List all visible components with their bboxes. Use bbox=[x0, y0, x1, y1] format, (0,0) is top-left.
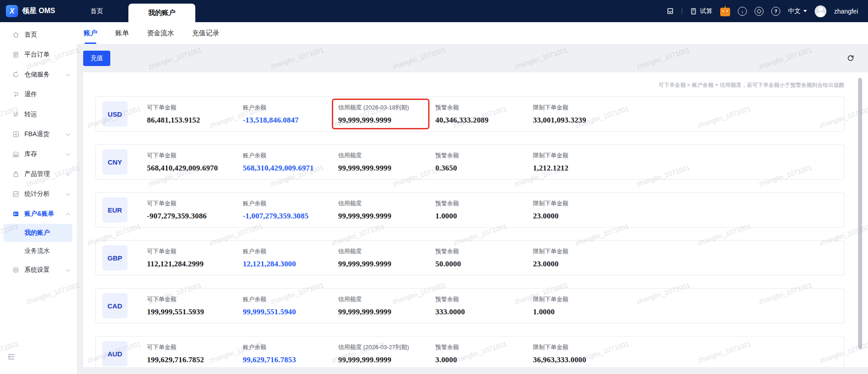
orderable-amount-cell: 可下单金额199,999,551.5939 bbox=[147, 295, 243, 317]
account-card: GBP可下单金额112,121,284.2999账户余额12,121,284.3… bbox=[95, 240, 844, 275]
order-limit-value: 1.0000 bbox=[533, 308, 844, 317]
credit-limit-label: 信用额度 bbox=[338, 151, 435, 160]
orderable-amount-cell: 可下单金额568,410,429,009.6970 bbox=[147, 151, 243, 173]
credit-limit-label: 信用额度 (2026-03-27到期) bbox=[338, 343, 435, 351]
topnav-item-my-account[interactable]: 我的账户 bbox=[128, 4, 195, 22]
warning-balance-cell: 预警余额40,346,333.2089 bbox=[435, 104, 533, 125]
order-limit-value: 23.0000 bbox=[533, 260, 844, 269]
sidebar-item-label: FBA退货 bbox=[24, 130, 49, 138]
credit-limit-label: 信用额度 bbox=[338, 199, 435, 208]
credit-limit-value: 99,999,999.9999 bbox=[338, 164, 435, 173]
account-balance-label: 账户余额 bbox=[243, 104, 338, 112]
settings-icon bbox=[12, 266, 19, 274]
recharge-button[interactable]: 充值 bbox=[83, 51, 110, 66]
sidebar-item[interactable]: 首页 bbox=[0, 25, 77, 45]
divider bbox=[682, 8, 682, 14]
account-balance-cell: 账户余额-1,007,279,359.3085 bbox=[243, 199, 338, 221]
avatar[interactable] bbox=[815, 5, 826, 17]
accounts-panel: 可下单金额 = 账户余额 + 信用额度，若可下单金额小于预警余额则会给出提醒 U… bbox=[83, 72, 868, 367]
chevron-down-icon bbox=[803, 10, 807, 12]
account-balance-label: 账户余额 bbox=[243, 295, 338, 303]
orderable-amount-label: 可下单金额 bbox=[147, 104, 243, 112]
orderable-amount-value: -907,279,359.3086 bbox=[147, 212, 243, 221]
sidebar-item[interactable]: 统计分析 bbox=[0, 184, 77, 204]
order-limit-cell: 限制下单金额1,212.1212 bbox=[533, 151, 844, 173]
language-selector[interactable]: 中文 bbox=[788, 7, 807, 15]
top-navigation: 首页我的账户 bbox=[72, 0, 195, 22]
inbox-icon[interactable] bbox=[666, 7, 674, 15]
orderable-amount-label: 可下单金额 bbox=[147, 151, 243, 160]
credit-limit-label: 信用额度 (2026-03-18到期) bbox=[338, 104, 435, 112]
help-circle-icon[interactable]: ? bbox=[771, 7, 780, 16]
topnav-item-home[interactable]: 首页 bbox=[87, 0, 107, 22]
currency-badge: EUR bbox=[102, 197, 127, 223]
sidebar-item[interactable]: 平台订单 bbox=[0, 45, 77, 65]
chevron-down-icon bbox=[66, 72, 71, 76]
credit-limit-value: 99,999,999.9999 bbox=[338, 212, 435, 221]
warehouse-service-icon bbox=[12, 71, 19, 78]
trial-calculator-button[interactable]: 试算 bbox=[690, 7, 712, 15]
inventory-icon bbox=[12, 151, 19, 158]
sidebar-item[interactable]: 系统设置 bbox=[0, 260, 77, 280]
account-balance-cell: 账户余额12,121,284.3000 bbox=[243, 247, 338, 269]
scrollbar-thumb[interactable] bbox=[858, 78, 862, 349]
account-balance-cell: 账户余额-13,518,846.0847 bbox=[243, 104, 338, 125]
sidebar-item[interactable]: 转运 bbox=[0, 104, 77, 124]
account-card: CAD可下单金额199,999,551.5939账户余额99,999,551.5… bbox=[95, 288, 844, 323]
account-bill-icon bbox=[12, 210, 19, 218]
order-limit-cell: 限制下单金额33,001,093.3239 bbox=[533, 104, 844, 125]
orderable-amount-cell: 可下单金额112,121,284.2999 bbox=[147, 247, 243, 269]
tab[interactable]: 资金流水 bbox=[147, 22, 174, 44]
robot-assistant-icon[interactable] bbox=[720, 8, 730, 16]
sidebar-item[interactable]: 退件 bbox=[0, 85, 77, 104]
order-limit-value: 33,001,093.3239 bbox=[533, 116, 844, 125]
sidebar-submenu: 我的账户业务流水 bbox=[0, 224, 77, 260]
account-card: CNY可下单金额568,410,429,009.6970账户余额568,310,… bbox=[95, 144, 844, 180]
tab[interactable]: 充值记录 bbox=[192, 22, 219, 44]
currency-badge: USD bbox=[102, 101, 127, 127]
app-logo[interactable]: X 领星 OMS bbox=[0, 5, 72, 17]
submenu-item[interactable]: 业务流水 bbox=[4, 242, 72, 260]
sidebar-item[interactable]: 库存 bbox=[0, 144, 77, 164]
orderable-amount-label: 可下单金额 bbox=[147, 343, 243, 351]
sidebar-item[interactable]: 账户&账单 bbox=[0, 204, 77, 224]
feedback-circle-icon[interactable] bbox=[755, 7, 764, 16]
credit-limit-cell: 信用额度99,999,999.9999 bbox=[338, 247, 435, 269]
warning-balance-label: 预警余额 bbox=[435, 343, 533, 351]
orderable-amount-value: 199,629,716.7852 bbox=[147, 355, 243, 365]
sidebar-item-label: 退件 bbox=[24, 90, 37, 99]
account-balance-label: 账户余额 bbox=[243, 199, 338, 208]
sidebar-item[interactable]: FBA退货 bbox=[0, 124, 77, 144]
trial-label: 试算 bbox=[700, 7, 712, 15]
credit-limit-label: 信用额度 bbox=[338, 247, 435, 256]
warning-balance-cell: 预警余额1.0000 bbox=[435, 199, 533, 221]
sidebar-item-label: 平台订单 bbox=[24, 51, 50, 59]
username[interactable]: zhangfei bbox=[834, 8, 858, 15]
collapse-sidebar-icon[interactable] bbox=[7, 353, 15, 362]
account-balance-label: 账户余额 bbox=[243, 343, 338, 351]
sidebar-item-label: 库存 bbox=[24, 150, 37, 158]
credit-limit-value: 99,999,999.9999 bbox=[338, 355, 435, 365]
download-circle-icon[interactable]: ↓ bbox=[738, 7, 747, 16]
sidebar-item-label: 账户&账单 bbox=[24, 210, 54, 218]
sidebar-item[interactable]: 仓储服务 bbox=[0, 65, 77, 85]
order-limit-value: 36,963,333.0000 bbox=[533, 355, 844, 365]
warning-balance-label: 预警余额 bbox=[435, 295, 533, 303]
tab[interactable]: 账单 bbox=[115, 22, 129, 44]
submenu-item[interactable]: 我的账户 bbox=[4, 224, 72, 242]
tab[interactable]: 账户 bbox=[84, 22, 97, 44]
account-balance-label: 账户余额 bbox=[243, 151, 338, 160]
credit-limit-cell: 信用额度99,999,999.9999 bbox=[338, 199, 435, 221]
order-limit-label: 限制下单金额 bbox=[533, 104, 844, 112]
order-limit-value: 23.0000 bbox=[533, 212, 844, 221]
order-limit-cell: 限制下单金额1.0000 bbox=[533, 295, 844, 317]
logo-icon: X bbox=[6, 5, 18, 17]
toolbar: 充值 bbox=[77, 44, 868, 72]
account-balance-value: 568,310,429,009.6971 bbox=[243, 164, 338, 173]
order-limit-label: 限制下单金额 bbox=[533, 247, 844, 256]
warning-balance-label: 预警余额 bbox=[435, 104, 533, 112]
sidebar-item[interactable]: 产品管理 bbox=[0, 164, 77, 184]
warning-balance-value: 1.0000 bbox=[435, 212, 533, 221]
refresh-icon[interactable] bbox=[847, 54, 854, 62]
sidebar-item-label: 首页 bbox=[24, 31, 37, 39]
